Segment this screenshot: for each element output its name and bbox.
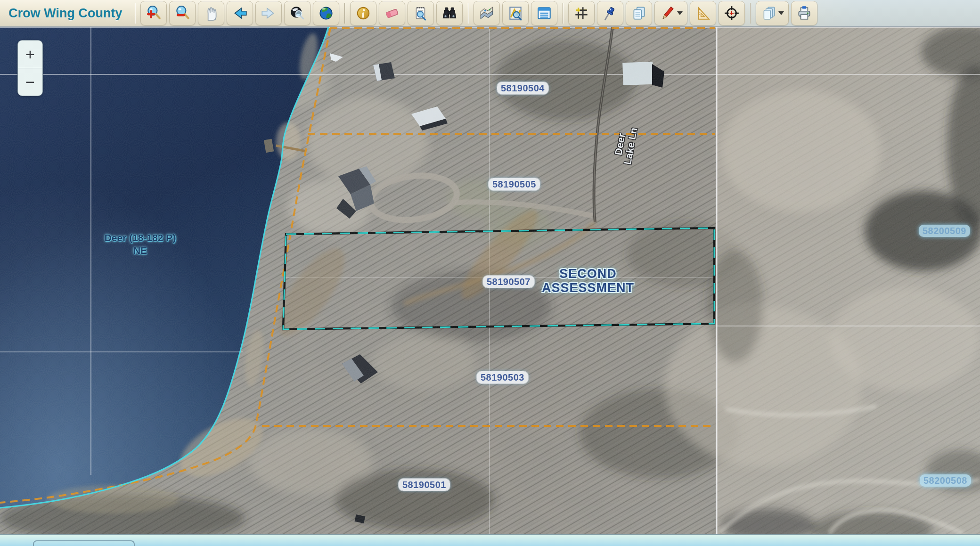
forward-arrow-icon: [260, 5, 277, 22]
app-title: Crow Wing County: [8, 6, 122, 21]
dropdown-arrow-icon[interactable]: [677, 11, 683, 15]
lake-label: Deer (18-182 P) NE: [94, 231, 186, 257]
assessment-line2: ASSESSMENT: [541, 281, 635, 295]
crosshair-icon: [723, 5, 740, 22]
toolbar-separator: [344, 3, 345, 24]
toolbar: Crow Wing County: [0, 0, 980, 27]
measure-button[interactable]: [690, 1, 716, 25]
triangle-ruler-icon: [694, 5, 711, 22]
back-button[interactable]: [227, 1, 253, 25]
toolbar-separator: [750, 3, 751, 24]
parcel-label: 58190501: [399, 479, 450, 491]
copy-button[interactable]: [626, 1, 652, 25]
globe-icon: [318, 5, 335, 22]
find-button[interactable]: [436, 1, 463, 25]
eraser-icon: [384, 5, 400, 22]
binoculars-icon: [441, 5, 458, 22]
world-button[interactable]: [313, 1, 339, 25]
globe-magnifier-icon: [289, 5, 306, 22]
info-coin-icon: [355, 5, 372, 22]
print-button[interactable]: [791, 1, 817, 25]
pan-hand-icon: [203, 5, 220, 22]
toolbar-separator: [563, 3, 563, 24]
toolbar-separator: [135, 3, 135, 24]
erase-button[interactable]: [379, 1, 405, 25]
parcel-label: 58200508: [920, 474, 971, 487]
forward-button[interactable]: [255, 1, 282, 25]
zoom-full-extent-button[interactable]: [284, 1, 310, 25]
pushpin-icon: [602, 5, 619, 22]
lake-label-line1: Deer (18-182 P): [94, 231, 186, 244]
grid-icon: [573, 5, 590, 22]
status-bar: [0, 534, 980, 546]
scale-box: [33, 540, 135, 546]
zoom-in-icon: [145, 5, 162, 22]
toolbar-separator: [468, 3, 468, 24]
zoom-out-button[interactable]: [169, 1, 196, 25]
printer-icon: [796, 5, 813, 22]
pan-button[interactable]: [198, 1, 224, 25]
parcel-label: 58200509: [919, 225, 970, 237]
map-magnifier-icon: [507, 5, 524, 22]
identify-button[interactable]: [350, 1, 376, 25]
parcel-label: 58190504: [497, 82, 548, 94]
parcel-label: 58190505: [489, 178, 540, 190]
assessment-line1: SECOND: [541, 267, 635, 281]
pages-icon: [760, 5, 777, 22]
layers-button[interactable]: [474, 1, 500, 25]
dropdown-arrow-icon[interactable]: [778, 11, 784, 15]
parcel-label: 58190503: [477, 371, 528, 383]
lake-label-line2: NE: [94, 244, 186, 257]
locate-button[interactable]: [719, 1, 745, 25]
overview-map-button[interactable]: [502, 1, 529, 25]
back-arrow-icon: [231, 5, 248, 22]
assessment-annotation: SECOND ASSESSMENT: [541, 267, 635, 295]
search-notes-button[interactable]: [408, 1, 434, 25]
legend-button[interactable]: [531, 1, 557, 25]
notepad-magnifier-icon: [412, 5, 429, 22]
map-canvas[interactable]: + − Deer (18-182 P) NE Deer Lake Ln SECO…: [0, 27, 980, 534]
print-layout-button[interactable]: [756, 1, 789, 25]
map-zoom-control: + −: [17, 40, 43, 96]
zoom-out-icon: [174, 5, 191, 22]
documents-icon: [630, 5, 647, 22]
pencil-icon: [659, 5, 676, 22]
legend-panel-icon: [536, 5, 553, 22]
parcel-label: 58190507: [483, 276, 534, 288]
map-zoom-in-button[interactable]: +: [18, 41, 42, 68]
zoom-in-button[interactable]: [140, 1, 167, 25]
grid-button[interactable]: [568, 1, 595, 25]
map-zoom-out-button[interactable]: −: [18, 68, 42, 96]
pushpin-button[interactable]: [597, 1, 623, 25]
app-window: Crow Wing County: [0, 0, 980, 546]
map-layers-icon: [478, 5, 495, 22]
draw-button[interactable]: [654, 1, 687, 25]
